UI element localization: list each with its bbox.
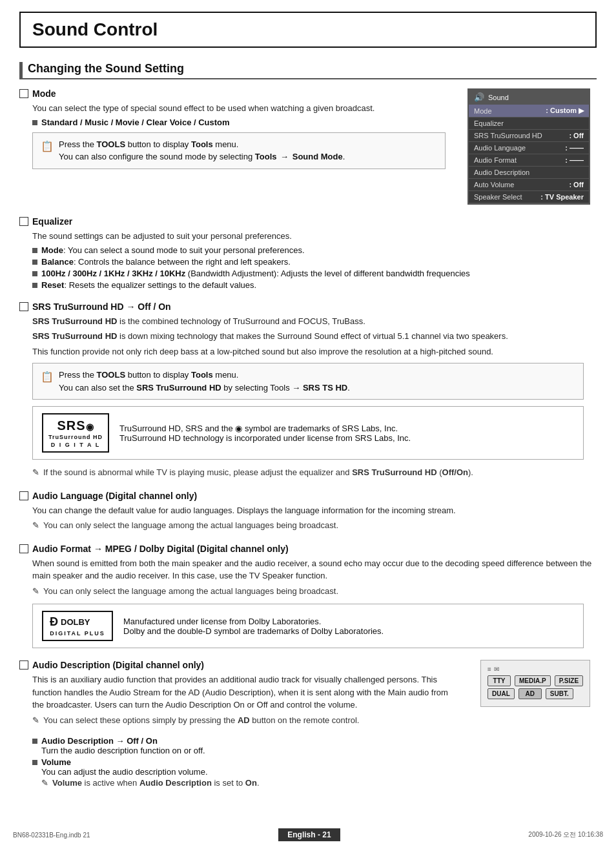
eq-bullet-freq: 100Hz / 300Hz / 1KHz / 3KHz / 10KHz (Ban…	[32, 269, 597, 278]
audio-desc-title: Audio Description (Digital channel only)	[19, 660, 458, 670]
srs-body3: This function provide not only rich deep…	[32, 345, 597, 358]
srs-trademark-line2: TruSurround HD technology is incorporate…	[119, 433, 411, 443]
sound-menu-row-auto-vol: Auto Volume : Off	[469, 179, 589, 191]
mode-note-box: 📋 Press the TOOLS button to display Tool…	[32, 132, 446, 169]
remote-btn-ad: AD	[518, 688, 542, 699]
mode-body1: You can select the type of special sound…	[32, 102, 458, 115]
dolby-box: Ð DOLBY DIGITAL PLUS Manufactured under …	[32, 604, 584, 648]
srs-logo: SRS◉ TruSurround HD D I G I T A L	[42, 413, 109, 453]
footer-left: BN68-02331B-Eng.indb 21	[13, 832, 90, 839]
ad-sub-bullet-1: Audio Description → Off / On Turn the au…	[32, 736, 597, 755]
dolby-text2: Dolby and the double-D symbol are tradem…	[123, 626, 384, 636]
mode-title: Mode	[19, 88, 458, 99]
equalizer-section: Equalizer The sound settings can be adju…	[19, 216, 597, 290]
srs-body2: SRS TruSurround HD is down mixing techno…	[32, 330, 597, 343]
page-title: Sound Control	[32, 19, 158, 39]
sound-menu-panel: 🔊 Sound Mode : Custom ▶ Equalizer SRS Tr…	[467, 88, 590, 205]
bullet-icon-ad1	[32, 739, 37, 744]
info-icon-fmt: ✎	[32, 585, 39, 598]
ad-sub-bullet-2: Volume You can adjust the audio descript…	[32, 757, 597, 793]
mode-section: Mode You can select the type of special …	[19, 88, 597, 205]
sound-menu-header: 🔊 Sound	[469, 90, 589, 105]
srs-info-note: ✎ If the sound is abnormal while TV is p…	[32, 466, 597, 479]
page-footer: BN68-02331B-Eng.indb 21 English - 21 200…	[0, 828, 616, 841]
dolby-logo: Ð DOLBY DIGITAL PLUS	[42, 611, 113, 641]
audio-format-info: ✎ You can only select the language among…	[32, 585, 597, 598]
remote-btn-mediap: MEDIA.P	[515, 675, 551, 686]
footer-right: 2009-10-26 오전 10:16:38	[528, 830, 603, 839]
ad-sub-body-2: You can adjust the audio description vol…	[41, 767, 260, 777]
checkbox-icon-srs	[19, 302, 28, 311]
checkbox-icon-lang	[19, 491, 28, 500]
checkbox-icon	[19, 89, 28, 98]
checkbox-icon-desc	[19, 660, 28, 670]
srs-title: SRS TruSurround HD → Off / On	[19, 302, 597, 312]
checkbox-icon-eq	[19, 217, 28, 226]
bullet-icon-ad2	[32, 760, 37, 765]
audio-format-section: Audio Format → MPEG / Dolby Digital (Dig…	[19, 544, 597, 649]
mode-note-line2: You can also configure the sound mode by…	[59, 150, 345, 163]
remote-btn-psize: P.SIZE	[555, 675, 583, 686]
bullet-icon-eq1	[32, 248, 37, 253]
audio-format-title: Audio Format → MPEG / Dolby Digital (Dig…	[19, 544, 597, 554]
page-number-badge: English - 21	[278, 828, 340, 841]
info-icon-srs: ✎	[32, 466, 39, 479]
sound-menu-row-audio-fmt: Audio Format : ——	[469, 154, 589, 167]
page-title-box: Sound Control	[19, 12, 597, 48]
remote-btn-dual: DUAL	[488, 688, 515, 699]
eq-bullet-reset: Reset: Resets the equalizer settings to …	[32, 280, 597, 290]
sound-menu-row-speaker-sel: Speaker Select : TV Speaker	[469, 191, 589, 203]
srs-note-line2: You can also set the SRS TruSurround HD …	[59, 382, 350, 394]
mode-bullet: Standard / Music / Movie / Clear Voice /…	[32, 118, 458, 127]
srs-trademark-line1: TruSurround HD, SRS and the ◉ symbol are…	[119, 424, 411, 433]
mode-note-line1: Press the TOOLS button to display Tools …	[59, 138, 345, 151]
eq-bullet-mode: Mode: You can select a sound mode to sui…	[32, 245, 597, 255]
dolby-text1: Manufactured under license from Dolby La…	[123, 617, 384, 626]
audio-desc-body1: This is an auxiliary audio function that…	[32, 673, 458, 711]
bullet-icon-eq3	[32, 271, 37, 276]
eq-bullet-balance: Balance: Controls the balance between th…	[32, 257, 597, 267]
sound-menu-row-srs: SRS TruSurround HD : Off	[469, 130, 589, 142]
info-icon-vol: ✎	[41, 777, 48, 790]
equalizer-title: Equalizer	[19, 216, 597, 227]
bullet-icon-eq4	[32, 283, 37, 288]
info-icon-lang: ✎	[32, 519, 39, 532]
audio-language-info: ✎ You can only select the language among…	[32, 519, 597, 532]
remote-btn-tty: TTY	[488, 675, 511, 686]
srs-logo-box: SRS◉ TruSurround HD D I G I T A L TruSur…	[32, 406, 584, 460]
srs-note-icon: 📋	[41, 369, 54, 385]
sound-menu-row-mode: Mode : Custom ▶	[469, 105, 589, 118]
bullet-icon	[32, 120, 37, 125]
info-icon-desc: ✎	[32, 714, 39, 727]
bullet-icon-eq2	[32, 260, 37, 265]
remote-buttons-panel: ≡✉ TTY MEDIA.P P.SIZE DUAL AD SUBT.	[480, 660, 590, 707]
equalizer-body1: The sound settings can be adjusted to su…	[32, 230, 597, 243]
srs-body1: SRS TruSurround HD is the combined techn…	[32, 315, 597, 328]
audio-description-section: Audio Description (Digital channel only)…	[19, 660, 597, 793]
remote-row-1: TTY MEDIA.P P.SIZE	[488, 675, 583, 686]
srs-note-box: 📋 Press the TOOLS button to display Tool…	[32, 363, 584, 400]
sound-menu-row-equalizer: Equalizer	[469, 118, 589, 130]
sound-menu-row-audio-lang: Audio Language : ——	[469, 142, 589, 154]
audio-language-title: Audio Language (Digital channel only)	[19, 491, 597, 501]
note-icon: 📋	[41, 139, 54, 154]
remote-row-2: DUAL AD SUBT.	[488, 688, 583, 699]
srs-note-line1: Press the TOOLS button to display Tools …	[59, 369, 350, 382]
sound-menu-row-audio-desc: Audio Description	[469, 167, 589, 179]
ad-sub-body-1: Turn the audio description function on o…	[41, 746, 205, 755]
audio-language-section: Audio Language (Digital channel only) Yo…	[19, 491, 597, 532]
remote-btn-subt: SUBT.	[546, 688, 573, 699]
checkbox-icon-fmt	[19, 544, 28, 553]
ad-volume-note: ✎ Volume is active when Audio Descriptio…	[41, 777, 260, 790]
audio-format-body1: When sound is emitted from both the main…	[32, 557, 597, 582]
audio-desc-info: ✎ You can select these options simply by…	[32, 714, 458, 727]
section-heading: Changing the Sound Setting	[19, 62, 597, 79]
srs-section: SRS TruSurround HD → Off / On SRS TruSur…	[19, 302, 597, 479]
audio-language-body1: You can change the default value for aud…	[32, 504, 597, 517]
